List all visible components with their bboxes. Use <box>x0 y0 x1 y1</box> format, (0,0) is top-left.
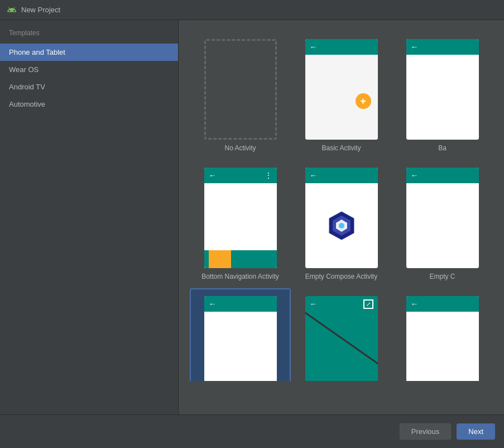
back-arrow-icon: ← <box>310 42 318 51</box>
empty-c-preview: ← <box>406 168 479 268</box>
template-fullscreen[interactable]: ← ⤢ Fullscreen Activity <box>291 288 392 381</box>
fullscreen-topbar: ← ⤢ <box>305 296 378 312</box>
empty-topbar: ← <box>204 296 277 312</box>
compose-logo-icon <box>325 209 358 242</box>
bottom-nav-bar <box>204 250 277 268</box>
basic-activity-label: Basic Activity <box>321 144 361 152</box>
template-no-activity[interactable]: No Activity <box>190 31 291 160</box>
compose-topbar: ← <box>305 168 378 183</box>
basic-activity-2-preview: ← <box>406 39 479 140</box>
bottom-nav-label: Bottom Navigation Activity <box>201 273 279 280</box>
sidebar-item-android-tv[interactable]: Android TV <box>0 78 178 96</box>
google-partial-preview: ← <box>406 296 479 381</box>
content-area: No Activity ← + Basic Activity ← <box>179 20 504 414</box>
back-arrow-8-icon: ← <box>411 299 419 308</box>
back-arrow-2-icon: ← <box>411 42 419 51</box>
sidebar-item-wear-os[interactable]: Wear OS <box>0 61 178 78</box>
back-arrow-5-icon: ← <box>411 171 419 180</box>
empty-compose-label: Empty Compose Activity <box>305 273 377 280</box>
overflow-menu-icon: ⋮ <box>265 171 272 180</box>
basic2-topbar: ← <box>406 39 479 55</box>
fullscreen-body <box>305 312 378 381</box>
empty-c-label: Empty C <box>429 273 455 280</box>
diagonal-line <box>305 312 378 381</box>
fab-icon: + <box>356 93 371 109</box>
templates-grid: No Activity ← + Basic Activity ← <box>179 20 504 381</box>
google-topbar: ← <box>406 296 479 312</box>
bottom-topbar: ← ⋮ <box>204 168 277 183</box>
nav-highlight <box>209 250 231 268</box>
back-arrow-3-icon: ← <box>209 171 217 180</box>
bottom-nav-preview: ← ⋮ <box>204 168 277 268</box>
back-arrow-4-icon: ← <box>310 171 318 180</box>
template-basic-activity[interactable]: ← + Basic Activity <box>291 31 392 160</box>
empty-compose-preview: ← <box>305 168 378 268</box>
next-button[interactable]: Next <box>457 423 495 440</box>
bottom-nav-body <box>204 183 277 268</box>
previous-button[interactable]: Previous <box>400 423 452 440</box>
android-icon <box>7 5 17 15</box>
template-bottom-nav[interactable]: ← ⋮ Bottom Navigation Activity <box>190 160 291 288</box>
back-arrow-6-icon: ← <box>209 299 217 308</box>
sidebar-section-label: Templates <box>0 29 178 44</box>
title-bar: New Project <box>0 0 504 20</box>
no-activity-preview <box>204 39 277 140</box>
empty-activity-preview: ← <box>204 296 277 381</box>
sidebar-item-phone-tablet[interactable]: Phone and Tablet <box>0 44 178 61</box>
svg-point-3 <box>339 223 344 228</box>
template-empty-activity[interactable]: ← Empty Activity <box>190 288 291 381</box>
compose-body <box>305 183 378 268</box>
empty-c-topbar: ← <box>406 168 479 183</box>
fullscreen-preview: ← ⤢ <box>305 296 378 381</box>
basic-topbar: ← <box>305 39 378 55</box>
window-title: New Project <box>21 6 60 14</box>
template-empty-c-partial[interactable]: ← Empty C <box>392 160 493 288</box>
footer: Previous Next <box>0 414 504 448</box>
expand-icon: ⤢ <box>363 299 373 309</box>
basic-activity-2-label: Ba <box>438 144 447 152</box>
template-basic-activity-2[interactable]: ← Ba <box>392 31 493 160</box>
back-arrow-7-icon: ← <box>310 299 318 308</box>
sidebar: Templates Phone and Tablet Wear OS Andro… <box>0 20 179 414</box>
no-activity-label: No Activity <box>224 144 256 152</box>
basic-activity-preview: ← + <box>305 39 378 140</box>
template-empty-compose[interactable]: ← Empty Compose Activity <box>291 160 392 288</box>
sidebar-item-automotive[interactable]: Automotive <box>0 96 178 113</box>
template-google-partial[interactable]: ← Goo <box>392 288 493 381</box>
main-layout: Templates Phone and Tablet Wear OS Andro… <box>0 20 504 414</box>
